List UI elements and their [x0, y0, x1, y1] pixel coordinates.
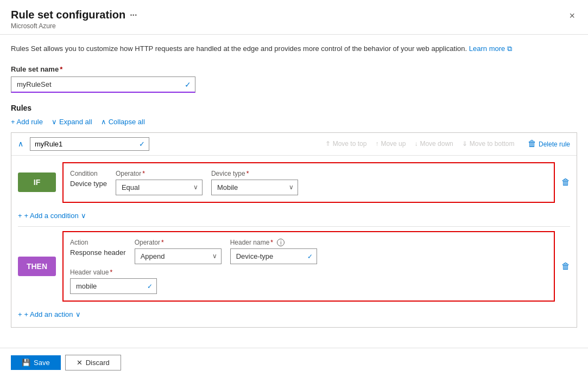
move-to-bottom-icon: ⇓: [462, 140, 467, 148]
rule-actions: ⇑ Move to top ↑ Move up ↓ Move down ⇓: [325, 139, 570, 149]
panel-body: Rules Set allows you to customize how HT…: [0, 35, 588, 348]
learn-more-link[interactable]: Learn more ⧉: [469, 44, 512, 53]
header-name-label: Header name* i: [230, 239, 317, 247]
action-box: Action Response header Operator*: [62, 231, 555, 302]
move-to-bottom-button[interactable]: ⇓ Move to bottom: [462, 140, 515, 148]
action-value: Response header: [70, 248, 126, 257]
rule-set-panel: Rule set configuration ··· Microsoft Azu…: [0, 0, 588, 377]
condition-label: Condition: [70, 170, 107, 177]
action-operator-label: Operator*: [135, 239, 222, 246]
panel-header: Rule set configuration ··· Microsoft Azu…: [0, 0, 588, 35]
rules-section: Rules + Add rule ∨ Expand all ∧ Collapse…: [11, 104, 577, 328]
expand-icon: ∨: [52, 118, 57, 126]
device-type-select-wrapper: Mobile ∨: [211, 180, 298, 195]
action-delete-icon: 🗑: [561, 261, 570, 271]
add-condition-button[interactable]: + + Add a condition ∨: [18, 207, 86, 222]
delete-rule-icon: 🗑: [528, 139, 536, 148]
rule-collapse-button[interactable]: ∧: [18, 139, 23, 148]
then-badge: THEN: [18, 257, 56, 276]
rule-set-name-container: ✓: [11, 76, 195, 93]
header-value-field: Header value* mobile ✓: [70, 269, 157, 294]
device-type-label: Device type*: [211, 170, 298, 177]
rule-name-input[interactable]: [30, 137, 149, 151]
condition-value: Device type: [70, 180, 107, 188]
header-name-info-icon[interactable]: i: [277, 239, 284, 246]
move-down-icon: ↓: [414, 140, 418, 148]
move-up-icon: ↑: [375, 140, 378, 148]
info-section: Rules Set allows you to customize how HT…: [11, 43, 577, 54]
more-icon[interactable]: ···: [130, 10, 137, 20]
operator-select[interactable]: Equal: [116, 180, 203, 195]
save-button[interactable]: 💾 Save: [11, 355, 61, 370]
required-marker: *: [60, 65, 62, 73]
action-operator-select[interactable]: Append: [135, 248, 222, 264]
header-name-select-wrapper: Device-type ✓: [230, 248, 317, 264]
action-label-field: Action Response header: [70, 239, 126, 265]
then-section: THEN Action Response header Operator*: [18, 231, 570, 302]
rules-title: Rules: [11, 104, 577, 112]
rule-header: ∧ ✓ ⇑ Move to top ↑ Move up: [11, 133, 577, 156]
condition-box: Condition Device type Operator* Equal: [62, 162, 555, 203]
add-action-button[interactable]: + + Add an action ∨: [18, 306, 81, 321]
action-label: Action: [70, 239, 126, 246]
condition-delete-icon: 🗑: [561, 177, 570, 187]
delete-rule-button[interactable]: 🗑 Delete rule: [528, 139, 570, 149]
add-condition-plus-icon: +: [18, 212, 22, 220]
discard-icon: ✕: [77, 359, 83, 367]
operator-label: Operator*: [116, 170, 203, 177]
action-top-row: Action Response header Operator*: [70, 239, 317, 265]
collapse-icon: ∧: [101, 118, 106, 126]
rule-name-check-icon: ✓: [139, 140, 145, 148]
move-down-button[interactable]: ↓ Move down: [414, 140, 453, 148]
close-button[interactable]: ×: [567, 9, 577, 23]
rule-set-name-input[interactable]: [11, 76, 195, 93]
header-value-select-wrapper: mobile ✓: [70, 278, 157, 294]
panel-footer: 💾 Save ✕ Discard: [0, 348, 588, 377]
info-text: Rules Set allows you to customize how HT…: [11, 44, 467, 53]
if-section: IF Condition Device type Operator*: [18, 162, 570, 203]
move-to-top-icon: ⇑: [325, 140, 331, 148]
rule-set-name-label: Rule set name*: [11, 65, 577, 73]
rule-set-name-field: Rule set name* ✓: [11, 65, 577, 93]
header-name-select[interactable]: Device-type: [230, 248, 317, 264]
condition-label-field: Condition Device type: [70, 170, 107, 188]
action-operator-field: Operator* Append ∨: [135, 239, 222, 265]
add-action-chevron-icon: ∨: [75, 310, 81, 318]
condition-delete-button[interactable]: 🗑: [561, 177, 570, 187]
rule-card: ∧ ✓ ⇑ Move to top ↑ Move up: [11, 132, 577, 328]
name-checkmark-icon: ✓: [185, 80, 191, 89]
rule-body: IF Condition Device type Operator*: [11, 156, 577, 328]
discard-button[interactable]: ✕ Discard: [65, 355, 121, 370]
panel-subtitle: Microsoft Azure: [11, 22, 137, 30]
action-bottom-row: Header value* mobile ✓: [70, 269, 157, 294]
add-rule-button[interactable]: + Add rule: [11, 118, 43, 126]
move-up-button[interactable]: ↑ Move up: [375, 140, 406, 148]
device-type-field: Device type* Mobile ∨: [211, 170, 298, 195]
collapse-all-button[interactable]: ∧ Collapse all: [101, 118, 145, 126]
if-then-separator: [18, 226, 570, 227]
device-type-select[interactable]: Mobile: [211, 180, 298, 195]
header-value-label: Header value*: [70, 269, 157, 276]
action-operator-select-wrapper: Append ∨: [135, 248, 222, 264]
panel-title: Rule set configuration ···: [11, 9, 137, 21]
add-condition-chevron-icon: ∨: [81, 212, 86, 220]
collapse-arrow-icon: ∧: [18, 139, 23, 148]
header-left: Rule set configuration ··· Microsoft Azu…: [11, 9, 137, 30]
title-text: Rule set configuration: [11, 9, 125, 21]
rule-name-wrapper: ✓: [30, 137, 149, 151]
action-delete-button[interactable]: 🗑: [561, 261, 570, 271]
save-icon: 💾: [22, 359, 30, 367]
operator-field: Operator* Equal ∨: [116, 170, 203, 195]
operator-select-wrapper: Equal ∨: [116, 180, 203, 195]
header-name-field: Header name* i Device-type ✓: [230, 239, 317, 265]
expand-all-button[interactable]: ∨ Expand all: [52, 118, 92, 126]
if-badge: IF: [18, 172, 56, 192]
header-value-select[interactable]: mobile: [70, 278, 157, 294]
rules-toolbar: + Add rule ∨ Expand all ∧ Collapse all: [11, 118, 577, 126]
add-action-plus-icon: +: [18, 310, 22, 318]
move-to-top-button[interactable]: ⇑ Move to top: [325, 140, 367, 148]
